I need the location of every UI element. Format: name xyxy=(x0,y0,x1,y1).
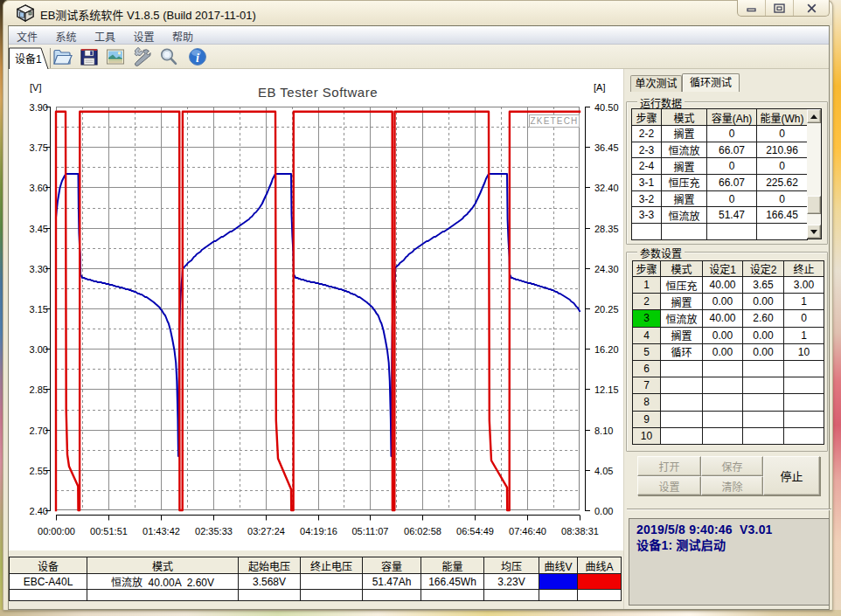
minimize-button[interactable] xyxy=(738,0,766,16)
cell[interactable]: 0.00 xyxy=(703,294,743,310)
scroll-down-button[interactable] xyxy=(807,225,821,239)
summary-header-mode: 模式 xyxy=(87,557,239,574)
cell[interactable]: 6 xyxy=(633,360,661,377)
zoom-icon[interactable] xyxy=(158,46,179,67)
tab-single-test[interactable]: 单次测试 xyxy=(630,75,682,92)
title-bar[interactable]: EB测试系统软件 V1.8.5 (Build 2017-11-01) xyxy=(3,1,832,25)
svg-text:06:54:49: 06:54:49 xyxy=(456,526,494,536)
cell[interactable]: 40.00 xyxy=(703,310,743,327)
menu-help[interactable]: 帮助 xyxy=(166,26,199,44)
device-tab-label[interactable]: 设备1 xyxy=(15,51,42,66)
save-button[interactable]: 保存 xyxy=(701,456,763,476)
cell[interactable]: 0 xyxy=(784,310,824,327)
cell[interactable]: 0.00 xyxy=(743,327,784,343)
cell[interactable] xyxy=(661,377,703,394)
cell[interactable] xyxy=(703,377,743,394)
stop-button[interactable]: 停止 xyxy=(763,456,820,495)
scroll-up-button[interactable] xyxy=(807,109,821,123)
cell[interactable]: 3.65 xyxy=(743,277,784,294)
cell[interactable]: 搁置 xyxy=(661,294,703,310)
cell[interactable] xyxy=(784,427,824,444)
table-row: 9 xyxy=(633,411,824,427)
open-button[interactable]: 打开 xyxy=(637,456,701,476)
chart-panel: 3.9040.503.7536.453.6032.403.4528.353.30… xyxy=(9,69,623,609)
cell[interactable] xyxy=(784,377,824,394)
svg-text:04:19:16: 04:19:16 xyxy=(300,526,337,536)
close-button[interactable] xyxy=(794,0,829,16)
cell[interactable]: 恒压充 xyxy=(661,277,703,294)
cell[interactable]: 恒流放 xyxy=(661,310,703,327)
summary-mode: 恒流放 40.00A 2.60V xyxy=(87,574,239,590)
cell[interactable]: 1 xyxy=(633,277,661,294)
cell[interactable]: 10 xyxy=(784,343,824,360)
header-cell: 模式 xyxy=(662,109,707,126)
cell[interactable]: 0.00 xyxy=(743,343,784,360)
cell[interactable] xyxy=(661,427,703,444)
clear-button[interactable]: 清除 xyxy=(701,476,763,495)
scroll-up-arrow-icon xyxy=(810,114,817,119)
cell: 3-1 xyxy=(632,175,662,191)
svg-text:ZKETECH: ZKETECH xyxy=(530,116,578,126)
cell[interactable]: 40.00 xyxy=(703,277,743,294)
cell[interactable]: 0.00 xyxy=(743,294,784,310)
cell[interactable]: 2.60 xyxy=(743,310,784,327)
svg-text:02:35:33: 02:35:33 xyxy=(195,526,233,536)
export-image-icon[interactable] xyxy=(105,46,126,67)
svg-text:8.10: 8.10 xyxy=(594,426,613,436)
cell[interactable]: 0.00 xyxy=(703,327,743,343)
curve-v-swatch xyxy=(539,574,578,590)
cell[interactable] xyxy=(784,394,824,411)
table-row: 8 xyxy=(633,394,824,411)
cell[interactable] xyxy=(743,377,784,394)
cell[interactable]: 7 xyxy=(633,377,661,394)
tab-cycle-test[interactable]: 循环测试 xyxy=(682,73,740,92)
cell[interactable]: 搁置 xyxy=(661,327,703,343)
cell[interactable] xyxy=(661,411,703,427)
cell[interactable]: 10 xyxy=(633,427,661,444)
cell[interactable] xyxy=(703,427,743,444)
cell[interactable] xyxy=(703,394,743,411)
save-icon[interactable] xyxy=(79,46,100,67)
info-icon[interactable]: i xyxy=(187,46,208,67)
cell[interactable]: 4 xyxy=(633,327,661,343)
menu-tools[interactable]: 工具 xyxy=(88,26,122,44)
menu-settings[interactable]: 设置 xyxy=(127,26,160,44)
cell[interactable]: 3.00 xyxy=(784,277,824,294)
cell[interactable] xyxy=(743,411,784,427)
cell[interactable] xyxy=(703,411,743,427)
cell[interactable] xyxy=(743,427,784,444)
cell[interactable] xyxy=(661,394,703,411)
summary-header-row: 设备 模式 起始电压 终止电压 容量 能量 均压 曲线V 曲线A xyxy=(10,557,622,574)
menu-file[interactable]: 文件 xyxy=(10,26,44,44)
cell[interactable]: 8 xyxy=(633,394,661,411)
cell[interactable]: 9 xyxy=(633,411,661,427)
svg-text:08:38:31: 08:38:31 xyxy=(561,526,599,536)
cell[interactable] xyxy=(743,394,784,411)
scrollbar-thumb[interactable] xyxy=(807,196,821,214)
tools-icon[interactable] xyxy=(131,46,152,67)
cell[interactable] xyxy=(784,360,824,377)
table-row: 6 xyxy=(633,360,824,377)
open-folder-icon[interactable] xyxy=(52,46,73,67)
cell[interactable] xyxy=(743,360,784,377)
active-step-cell[interactable]: 3 xyxy=(633,310,661,327)
run-data-scrollbar[interactable] xyxy=(807,108,822,239)
divider xyxy=(627,509,831,510)
svg-text:3.90: 3.90 xyxy=(30,102,48,113)
menu-system[interactable]: 系统 xyxy=(49,26,82,44)
cell[interactable]: 0.00 xyxy=(703,343,743,360)
cell[interactable] xyxy=(661,360,703,377)
summary-data-row: EBC-A40L 恒流放 40.00A 2.60V 3.568V 51.47Ah… xyxy=(10,574,622,590)
cell[interactable]: 1 xyxy=(784,327,824,343)
cell[interactable] xyxy=(784,411,824,427)
cell[interactable]: 1 xyxy=(784,294,824,310)
cell[interactable]: 循环 xyxy=(661,343,703,360)
cell[interactable] xyxy=(703,360,743,377)
cell: 0 xyxy=(757,190,808,207)
cell[interactable]: 5 xyxy=(633,343,661,360)
chart[interactable]: 3.9040.503.7536.453.6032.403.4528.353.30… xyxy=(9,69,623,550)
set-button[interactable]: 设置 xyxy=(637,476,701,495)
restore-button[interactable] xyxy=(766,0,794,16)
svg-text:01:43:42: 01:43:42 xyxy=(142,526,180,536)
cell[interactable]: 2 xyxy=(633,294,661,310)
